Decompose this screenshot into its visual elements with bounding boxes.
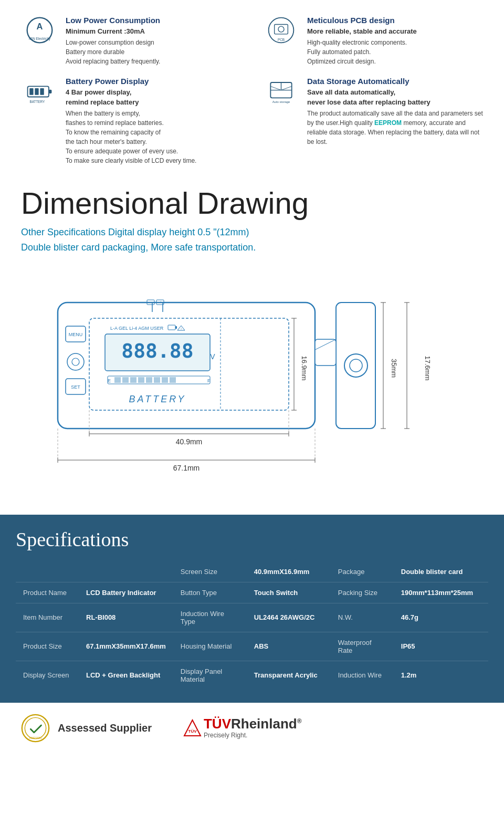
feature-battery-title: Battery Power Display [66, 77, 196, 86]
svg-text:35mm: 35mm [390, 359, 398, 378]
svg-text:+: + [160, 300, 162, 304]
svg-rect-43 [162, 377, 168, 383]
feature-storage-title: Data Storage Automatically [307, 77, 483, 86]
feature-storage-subtitle: Save all data automatically,never lose d… [307, 87, 483, 108]
specs-row-0: Screen Size 40.9mmX16.9mm Package Double… [16, 561, 488, 582]
svg-text:A: A [36, 22, 43, 31]
dimensional-desc-line1: Other Specifications Digital display hei… [21, 227, 249, 237]
svg-point-5 [278, 26, 284, 32]
svg-rect-10 [35, 88, 38, 95]
specs-r3-c2-label: Housing Material [173, 632, 247, 661]
svg-rect-38 [122, 377, 129, 383]
feature-pcb-content: Meticulous PCB design More reliable, sta… [307, 16, 417, 66]
svg-rect-9 [29, 88, 33, 95]
min-electricity-icon: A MIN Electricity [21, 16, 58, 45]
specs-row-1: Product Name LCD Battery Indicator Butto… [16, 582, 488, 603]
pcb-icon: PCB [262, 16, 299, 45]
svg-text:MENU: MENU [69, 332, 83, 337]
feature-low-power-content: Low Power Consumption Minimum Current :3… [66, 16, 160, 66]
tuv-brand-span: TÜV [204, 716, 231, 732]
specs-r2-c1-label: Item Number [16, 603, 79, 632]
feature-low-power: A MIN Electricity Low Power Consumption … [21, 16, 242, 66]
svg-text:V: V [210, 352, 215, 361]
svg-point-84 [25, 717, 46, 738]
specs-r0-c2-label: Screen Size [173, 561, 247, 582]
feature-pcb: PCB Meticulous PCB design More reliable,… [262, 16, 483, 66]
svg-rect-42 [154, 377, 160, 383]
assessed-badge-icon: ASSESSED [21, 714, 50, 743]
specs-r0-c3-label: Package [331, 561, 394, 582]
svg-rect-41 [146, 377, 152, 383]
specs-r0-c1-label [16, 561, 79, 582]
features-grid: A MIN Electricity Low Power Consumption … [21, 16, 483, 165]
svg-rect-54 [336, 303, 375, 429]
tuv-rheinland-span: Rheinland [231, 716, 297, 732]
svg-text:16.9mm: 16.9mm [300, 356, 308, 380]
tuv-triangle-icon: TÜV [183, 719, 202, 737]
feature-pcb-body: High-quality electronic components.Fully… [307, 38, 417, 66]
svg-rect-29 [175, 326, 177, 329]
specs-r4-c1-value: LCD + Green Backlight [79, 661, 173, 690]
dimensional-desc: Other Specifications Digital display hei… [21, 225, 483, 255]
specs-r3-c3-label: Waterproof Rate [331, 632, 394, 661]
specs-r2-c2-label: Induction Wire Type [173, 603, 247, 632]
assessed-supplier: ASSESSED Assessed Supplier [21, 714, 152, 743]
auto-storage-icon: Auto storage [262, 77, 299, 106]
svg-rect-11 [40, 88, 44, 95]
svg-text:Auto storage: Auto storage [272, 100, 290, 103]
svg-text:40.9mm: 40.9mm [176, 437, 203, 446]
specs-r1-c2-label: Button Type [173, 582, 247, 603]
specs-r1-c2-value: Touch Switch [247, 582, 331, 603]
feature-pcb-title: Meticulous PCB design [307, 16, 417, 25]
svg-line-17 [281, 86, 291, 90]
drawing-svg: MENU SET L-A GEL Li-4 AGM USER ! 8 [26, 271, 478, 494]
svg-text:BATTERY: BATTERY [129, 394, 186, 404]
feature-low-power-subtitle: Minimum Current :30mA [66, 26, 160, 37]
battery-icon: BATTERY [21, 77, 58, 106]
svg-text:E: E [108, 378, 111, 383]
drawing-container: MENU SET L-A GEL Li-4 AGM USER ! 8 [21, 266, 483, 504]
specs-row-2: Item Number RL-BI008 Induction Wire Type… [16, 603, 488, 632]
feature-storage: Auto storage Data Storage Automatically … [262, 77, 483, 165]
svg-rect-37 [114, 377, 121, 383]
svg-text:PCB: PCB [277, 38, 284, 41]
specs-r2-c3-label: N.W. [331, 603, 394, 632]
svg-rect-8 [48, 89, 51, 93]
tuv-reg-sup: ® [297, 718, 302, 725]
specs-r3-c1-value: 67.1mmX35mmX17.6mm [79, 632, 173, 661]
specs-r4-c2-value: Transparent Acrylic [247, 661, 331, 690]
svg-line-16 [270, 86, 281, 90]
specs-r0-c2-value: 40.9mmX16.9mm [247, 561, 331, 582]
specs-r2-c3-value: 46.7g [394, 603, 488, 632]
dimensional-desc-line2: Double blister card packaging, More safe… [21, 242, 256, 253]
tuv-tagline: Precisely Right. [204, 732, 302, 739]
specs-r2-c2-value: UL2464 26AWG/2C [247, 603, 331, 632]
feature-storage-body: The product automatically save all the d… [307, 109, 483, 147]
specs-r1-c3-label: Packing Size [331, 582, 394, 603]
specs-r4-c2-label: Display Panel Material [173, 661, 247, 690]
svg-text:SET: SET [71, 384, 80, 390]
svg-text:TÜV: TÜV [188, 729, 197, 734]
specs-r3-c3-value: IP65 [394, 632, 488, 661]
specs-r4-c3-label: Induction Wire [331, 661, 394, 690]
svg-rect-39 [130, 377, 136, 383]
dimensional-heading: Dimensional Drawing [21, 186, 483, 220]
tuv-brand-text: TÜVRheinland® [204, 717, 302, 731]
specs-r2-c1-value: RL-BI008 [79, 603, 173, 632]
svg-text:MIN Electricity: MIN Electricity [29, 37, 51, 41]
svg-text:67.1mm: 67.1mm [173, 464, 200, 472]
feature-low-power-body: Low-power consumption designBattery more… [66, 38, 160, 66]
svg-text:888.88: 888.88 [121, 339, 193, 362]
svg-text:F: F [207, 378, 211, 383]
specs-section: Specifications Screen Size 40.9mmX16.9mm… [0, 515, 504, 703]
feature-pcb-subtitle: More reliable, stable and accurate [307, 26, 417, 37]
assessed-label: Assessed Supplier [58, 722, 152, 734]
feature-battery-content: Battery Power Display 4 Bar power displa… [66, 77, 196, 165]
svg-rect-4 [274, 25, 288, 34]
dimensional-section: Dimensional Drawing Other Specifications… [0, 176, 504, 509]
dimensional-highlight: (12mm) [217, 227, 249, 237]
specs-r0-c1-value [79, 561, 173, 582]
specs-row-3: Product Size 67.1mmX35mmX17.6mm Housing … [16, 632, 488, 661]
feature-low-power-title: Low Power Consumption [66, 16, 160, 25]
specs-table: Screen Size 40.9mmX16.9mm Package Double… [16, 561, 488, 690]
